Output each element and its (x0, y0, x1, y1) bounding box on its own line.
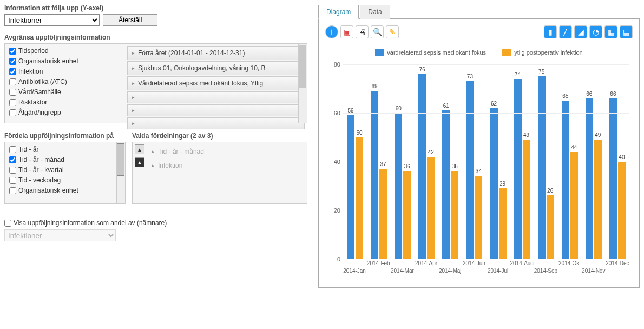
dist-checkbox[interactable] (9, 156, 16, 163)
dist-check-row: Tid - veckodag (9, 176, 121, 184)
bar[interactable]: 61 (442, 110, 450, 259)
filter-value-item[interactable]: ▸ (127, 117, 305, 129)
bar[interactable]: 60 (395, 113, 402, 259)
bar[interactable]: 50 (356, 137, 363, 259)
filter-checkbox[interactable] (9, 109, 16, 116)
x-tick-label: 2014-Okt (558, 260, 581, 266)
filter-check-label: Organisatorisk enhet (18, 57, 78, 65)
x-tick-label: 2014-Jun (463, 260, 485, 266)
areachart-icon[interactable]: ◢ (574, 25, 587, 38)
chevron-right-icon: ▸ (152, 163, 155, 168)
linechart-icon[interactable]: 〳 (559, 25, 572, 38)
dist-check-row: Tid - år - kvartal (9, 166, 121, 174)
bar-value-label: 26 (547, 188, 553, 194)
y-tick-label: 20 (334, 207, 340, 214)
bar[interactable]: 66 (609, 98, 617, 259)
dist-check-row: Tid - år (9, 146, 121, 153)
print-icon[interactable]: 🖨 (356, 25, 369, 38)
bar[interactable]: 59 (347, 115, 354, 259)
chevron-right-icon: ▸ (132, 95, 135, 100)
bar-value-label: 34 (476, 168, 482, 174)
zoom-icon[interactable]: 🔍 (371, 25, 384, 38)
bar[interactable]: 74 (514, 79, 522, 259)
x-tick-label: 2014-Aug (510, 260, 534, 266)
chevron-right-icon: ▸ (132, 65, 135, 71)
filter-checkbox[interactable] (9, 89, 16, 96)
selected-item[interactable]: ▸Infektion (148, 159, 305, 173)
filter-checkbox[interactable] (9, 99, 16, 106)
dist-title: Fördela uppföljningsinformation på (4, 132, 126, 140)
filter-checkbox[interactable] (9, 78, 16, 85)
reset-button[interactable]: Återställ (103, 14, 157, 26)
bar[interactable]: 42 (427, 157, 435, 259)
bar-value-label: 50 (356, 130, 362, 136)
filter-value-item[interactable]: ▸Förra året (2014-01-01 - 2014-12-31) (127, 46, 305, 60)
x-tick-label: 2014-Apr (415, 260, 437, 266)
dist-scrollbar[interactable] (116, 142, 125, 203)
tab-data[interactable]: Data (360, 5, 390, 19)
bar[interactable]: 37 (379, 169, 387, 259)
move-up-button[interactable]: ▲ (135, 144, 144, 154)
legend-item: vårdrelaterad sepsis med okänt fokus (375, 49, 486, 56)
bar[interactable]: 34 (475, 176, 482, 259)
filter-check-row: Riskfaktor (9, 98, 121, 106)
filter-value-item[interactable]: ▸ (127, 104, 305, 116)
filter-value-item[interactable]: ▸ (127, 91, 305, 103)
selected-item-label: Tid - år - månad (158, 148, 204, 155)
yaxis-select[interactable]: Infektioner (4, 14, 100, 26)
info-icon[interactable]: i (325, 25, 338, 38)
dist-checkbox[interactable] (9, 146, 16, 153)
filter-checkbox[interactable] (9, 68, 16, 75)
x-tick-label: 2014-Maj (439, 268, 462, 274)
dist-checkbox[interactable] (9, 187, 16, 194)
bar[interactable]: 62 (490, 108, 498, 259)
filter-check-label: Riskfaktor (18, 98, 47, 106)
bar-value-label: 29 (500, 181, 505, 187)
bar[interactable]: 66 (586, 98, 593, 259)
dist-checkbox[interactable] (9, 177, 16, 184)
dist-check-label: Tid - år - kvartal (18, 166, 64, 174)
share-label: Visa uppföljningsinformation som andel a… (14, 219, 167, 227)
stackedchart-icon[interactable]: ▦ (604, 25, 617, 38)
filter-checkbox[interactable] (9, 48, 16, 55)
bar[interactable]: 65 (562, 101, 569, 259)
share-select: Infektioner (4, 229, 116, 241)
bar[interactable]: 69 (371, 91, 378, 259)
bar[interactable]: 26 (547, 195, 554, 259)
bar-value-label: 36 (404, 163, 410, 169)
bar-value-label: 69 (372, 83, 378, 89)
filter-check-row: Åtgärd/ingrepp (9, 109, 121, 116)
filter-scrollbar[interactable] (298, 44, 307, 123)
y-tick-label: 0 (337, 256, 340, 262)
barchart-icon[interactable]: ▮ (544, 25, 557, 38)
filter-check-row: Tidsperiod (9, 47, 121, 55)
bar[interactable]: 36 (451, 171, 458, 259)
bar[interactable]: 36 (403, 171, 411, 259)
legend-swatch (375, 49, 384, 56)
bar[interactable]: 29 (499, 188, 507, 259)
filter-value-item[interactable]: ▸Vårdrelaterad sepsis med okänt fokus, Y… (127, 76, 305, 90)
filter-value-item[interactable]: ▸Sjukhus 01, Onkologavdelning, våning 10… (127, 61, 305, 75)
legend-swatch (502, 49, 511, 56)
bar-value-label: 74 (515, 71, 521, 77)
bar[interactable]: 44 (570, 152, 578, 259)
tab-diagram[interactable]: Diagram (318, 5, 359, 19)
bar[interactable]: 76 (418, 74, 426, 259)
filter-check-label: Vård/Samhälle (18, 88, 61, 96)
bar[interactable]: 75 (538, 76, 546, 259)
bar[interactable]: 73 (466, 81, 474, 259)
note-icon[interactable]: ✎ (386, 25, 399, 38)
selected-item[interactable]: ▸Tid - år - månad (148, 144, 305, 159)
move-down-button[interactable]: ▲ (135, 157, 144, 167)
filter-check-label: Antibiotika (ATC) (18, 78, 67, 85)
bar[interactable]: 49 (594, 140, 602, 259)
share-checkbox[interactable] (4, 220, 11, 227)
bar[interactable]: 49 (523, 140, 530, 259)
piechart-icon[interactable]: ◔ (589, 25, 602, 38)
x-tick-label: 2014-Sep (534, 268, 557, 274)
gridchart-icon[interactable]: ▤ (620, 25, 633, 38)
filter-checkbox[interactable] (9, 58, 16, 65)
bar-value-label: 66 (586, 91, 592, 97)
powerpoint-icon[interactable]: ▣ (340, 25, 353, 38)
dist-checkbox[interactable] (9, 167, 16, 174)
